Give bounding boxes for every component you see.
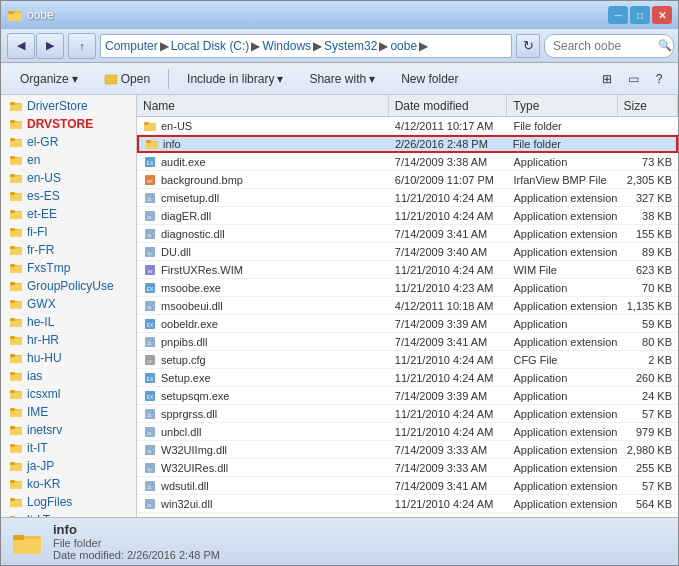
sidebar-item[interactable]: ko-KR	[1, 475, 136, 493]
table-row[interactable]: DLwin32ui.dll11/21/2010 4:24 AMApplicati…	[137, 495, 678, 513]
table-row[interactable]: DLDU.dll7/14/2009 3:40 AMApplication ext…	[137, 243, 678, 261]
table-row[interactable]: DLcmisetup.dll11/21/2010 4:24 AMApplicat…	[137, 189, 678, 207]
svg-rect-66	[10, 462, 15, 465]
file-type-cell: Application extension	[507, 225, 617, 242]
file-name: setup.cfg	[161, 354, 206, 366]
sidebar-item[interactable]: DriverStore	[1, 97, 136, 115]
search-input[interactable]	[544, 34, 674, 58]
nav-buttons: ◀ ▶	[7, 33, 64, 59]
refresh-button[interactable]: ↻	[516, 34, 540, 58]
table-row[interactable]: info2/26/2016 2:48 PMFile folder	[137, 135, 678, 153]
breadcrumb-oobe[interactable]: oobe	[390, 39, 417, 53]
folder-icon	[9, 171, 23, 185]
sidebar-item[interactable]: icsxml	[1, 385, 136, 403]
dll-icon: DL	[143, 461, 157, 475]
sidebar-item[interactable]: hr-HR	[1, 331, 136, 349]
file-type-cell: Application	[507, 279, 617, 296]
breadcrumb-localdisk[interactable]: Local Disk (C:)	[171, 39, 250, 53]
status-folder-icon	[11, 526, 43, 558]
sidebar-item[interactable]: IME	[1, 403, 136, 421]
table-row[interactable]: DLspprgrss.dll11/21/2010 4:24 AMApplicat…	[137, 405, 678, 423]
sidebar-item[interactable]: en	[1, 151, 136, 169]
file-size-cell: 80 KB	[618, 333, 678, 350]
sidebar-item[interactable]: fr-FR	[1, 241, 136, 259]
table-row[interactable]: DLmsoobeui.dll4/12/2011 10:18 AMApplicat…	[137, 297, 678, 315]
sidebar-item[interactable]: FxsTmp	[1, 259, 136, 277]
table-row[interactable]: DLunbcl.dll11/21/2010 4:24 AMApplication…	[137, 423, 678, 441]
window-title: oobe	[27, 8, 54, 22]
sidebar-item[interactable]: fi-FI	[1, 223, 136, 241]
close-button[interactable]: ✕	[652, 6, 672, 24]
breadcrumb[interactable]: Computer ▶ Local Disk (C:) ▶ Windows ▶ S…	[100, 34, 512, 58]
open-button[interactable]: Open	[93, 66, 161, 92]
share-with-button[interactable]: Share with ▾	[298, 66, 386, 92]
table-row[interactable]: EXSetup.exe11/21/2010 4:24 AMApplication…	[137, 369, 678, 387]
breadcrumb-system32[interactable]: System32	[324, 39, 377, 53]
sidebar-item[interactable]: inetsrv	[1, 421, 136, 439]
sidebar-item[interactable]: he-IL	[1, 313, 136, 331]
organize-button[interactable]: Organize ▾	[9, 66, 89, 92]
svg-text:EX: EX	[147, 394, 154, 400]
breadcrumb-windows[interactable]: Windows	[262, 39, 311, 53]
col-header-type[interactable]: Type	[507, 95, 617, 116]
table-row[interactable]: BPbackground.bmp6/10/2009 11:07 PMIrfanV…	[137, 171, 678, 189]
file-name-cell: WIFirstUXRes.WIM	[137, 261, 389, 278]
sidebar-item[interactable]: hu-HU	[1, 349, 136, 367]
file-type-cell: Application extension	[507, 207, 617, 224]
sidebar-item[interactable]: ja-JP	[1, 457, 136, 475]
sidebar-item[interactable]: es-ES	[1, 187, 136, 205]
svg-rect-62	[10, 446, 22, 453]
sidebar-item[interactable]: ias	[1, 367, 136, 385]
table-row[interactable]: EXsetupsqm.exe7/14/2009 3:39 AMApplicati…	[137, 387, 678, 405]
col-header-name[interactable]: Name	[137, 95, 389, 116]
col-header-size[interactable]: Size	[618, 95, 678, 116]
file-list[interactable]: en-US4/12/2011 10:17 AMFile folderinfo2/…	[137, 117, 678, 517]
sidebar-item[interactable]: LogFiles	[1, 493, 136, 511]
table-row[interactable]: WIFirstUXRes.WIM11/21/2010 4:24 AMWIM Fi…	[137, 261, 678, 279]
sidebar-item[interactable]: GroupPolicyUse	[1, 277, 136, 295]
table-row[interactable]: DLdiagnostic.dll7/14/2009 3:41 AMApplica…	[137, 225, 678, 243]
file-size-cell: 57 KB	[618, 477, 678, 494]
sidebar-item[interactable]: el-GR	[1, 133, 136, 151]
preview-pane-button[interactable]: ▭	[622, 68, 644, 90]
svg-rect-45	[10, 336, 15, 339]
col-header-date[interactable]: Date modified	[389, 95, 508, 116]
table-row[interactable]: EXaudit.exe7/14/2009 3:38 AMApplication7…	[137, 153, 678, 171]
sidebar-item[interactable]: et-EE	[1, 205, 136, 223]
file-date-cell: 11/21/2010 4:24 AM	[389, 369, 508, 386]
table-row[interactable]: DLdiagER.dll11/21/2010 4:24 AMApplicatio…	[137, 207, 678, 225]
sidebar-item[interactable]: it-IT	[1, 439, 136, 457]
sidebar-item[interactable]: GWX	[1, 295, 136, 313]
help-button[interactable]: ?	[648, 68, 670, 90]
svg-rect-50	[10, 374, 22, 381]
exe-icon: EX	[143, 389, 157, 403]
table-row[interactable]: EXoobeldr.exe7/14/2009 3:39 AMApplicatio…	[137, 315, 678, 333]
file-name: W32UIImg.dll	[161, 444, 227, 456]
sidebar-item[interactable]: DRVSTORE	[1, 115, 136, 133]
file-size-cell: 1,135 KB	[618, 297, 678, 314]
table-row[interactable]: DLW32UIImg.dll7/14/2009 3:33 AMApplicati…	[137, 441, 678, 459]
status-folder-name: info	[53, 522, 220, 537]
dll-icon: DL	[143, 479, 157, 493]
view-toggle-button[interactable]: ⊞	[596, 68, 618, 90]
new-folder-button[interactable]: New folder	[390, 66, 469, 92]
sidebar-item[interactable]: en-US	[1, 169, 136, 187]
file-name-cell: DLunbcl.dll	[137, 423, 389, 440]
table-row[interactable]: CFsetup.cfg11/21/2010 4:24 AMCFG File2 K…	[137, 351, 678, 369]
forward-button[interactable]: ▶	[36, 33, 64, 59]
open-icon	[104, 72, 118, 86]
back-button[interactable]: ◀	[7, 33, 35, 59]
file-type-cell: Application extension	[507, 333, 617, 350]
table-row[interactable]: EXmsoobe.exe11/21/2010 4:23 AMApplicatio…	[137, 279, 678, 297]
file-type-cell: Application extension	[507, 297, 617, 314]
up-button[interactable]: ↑	[68, 33, 96, 59]
table-row[interactable]: DLwdsutil.dll7/14/2009 3:41 AMApplicatio…	[137, 477, 678, 495]
breadcrumb-computer[interactable]: Computer	[105, 39, 158, 53]
file-date-cell: 7/14/2009 3:33 AM	[389, 441, 508, 458]
minimize-button[interactable]: ─	[608, 6, 628, 24]
include-in-library-button[interactable]: Include in library ▾	[176, 66, 294, 92]
table-row[interactable]: DLW32UIRes.dll7/14/2009 3:33 AMApplicati…	[137, 459, 678, 477]
table-row[interactable]: en-US4/12/2011 10:17 AMFile folder	[137, 117, 678, 135]
table-row[interactable]: DLpnpibs.dll7/14/2009 3:41 AMApplication…	[137, 333, 678, 351]
maximize-button[interactable]: □	[630, 6, 650, 24]
